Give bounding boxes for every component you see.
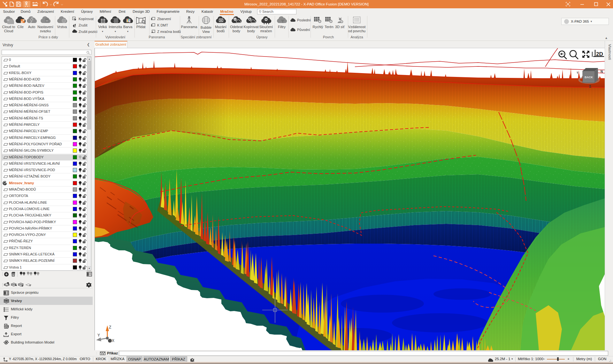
- svg-text:Z: Z: [588, 84, 592, 88]
- svg-text:2D: 2D: [596, 51, 603, 57]
- svg-text:X: X: [112, 338, 114, 343]
- svg-text:BACK: BACK: [585, 76, 593, 79]
- svg-text:Y: Y: [97, 333, 100, 337]
- svg-text:Z: Z: [109, 325, 111, 330]
- svg-text:N: N: [601, 70, 603, 73]
- svg-text:T: T: [577, 71, 579, 74]
